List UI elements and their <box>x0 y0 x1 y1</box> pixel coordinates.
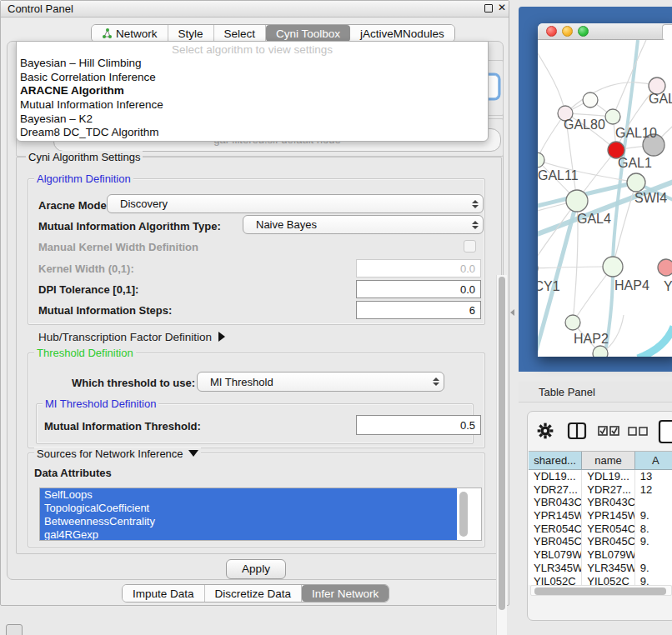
tab-impute-data[interactable]: Impute Data <box>123 585 205 602</box>
table-cell: 8. <box>635 522 672 536</box>
vertical-scrollbar-thumb[interactable] <box>499 277 505 610</box>
node-hap4[interactable] <box>603 257 623 277</box>
aracne-mode-label: Aracne Mode: <box>38 199 110 212</box>
column-header-3[interactable]: A <box>635 452 672 470</box>
tab-label: Select <box>224 28 256 40</box>
node-unlabeled[interactable] <box>583 92 598 108</box>
tab-cyni-toolbox[interactable]: Cyni Toolbox <box>266 25 350 42</box>
tab-label: Style <box>178 28 203 40</box>
table-header-row: shared...nameA <box>529 452 672 470</box>
attribute-list-item[interactable]: BetweennessCentrality <box>40 515 457 528</box>
node-gal4[interactable] <box>566 190 588 212</box>
table-cell: YBR043C <box>529 496 582 509</box>
node-label: HAP2 <box>574 332 609 346</box>
which-threshold-combo[interactable]: MI Threshold <box>197 372 444 392</box>
close-icon[interactable]: ✕ <box>498 2 506 13</box>
network-window-titlebar[interactable] <box>538 23 672 40</box>
table-cell: YER054C <box>529 522 582 536</box>
tab-infer-network[interactable]: Infer Network <box>302 585 389 602</box>
mi-steps-field[interactable]: 6 <box>356 301 481 319</box>
mi-algorithm-type-combo[interactable]: Naive Bayes <box>243 215 484 234</box>
columns-icon[interactable] <box>567 422 587 440</box>
settings-vertical-scrollbar[interactable] <box>496 275 507 635</box>
bottom-tab-bar: Impute DataDiscretize DataInfer Network <box>122 584 389 602</box>
table-row[interactable]: YBR043CYBR043C <box>529 496 672 509</box>
table-cell: 9. <box>635 509 672 522</box>
kernel-width-label: Kernel Width (0,1): <box>38 262 134 275</box>
data-attributes-list[interactable]: SelfLoopsTopologicalCoefficientBetweenne… <box>39 488 482 541</box>
float-window-icon[interactable] <box>484 4 493 12</box>
table-cell: YBR043C <box>582 496 634 509</box>
zoom-traffic-light-icon[interactable] <box>578 26 589 37</box>
tab-label: Discretize Data <box>215 588 292 600</box>
settings-group-title: Cyni Algorithm Settings <box>26 151 143 163</box>
node-gal10[interactable] <box>605 109 620 124</box>
tab-jactivemnodules[interactable]: jActiveMNodules <box>350 25 454 42</box>
apply-button[interactable]: Apply <box>226 559 286 579</box>
table-row[interactable]: YLR345WYLR345W9. <box>529 562 672 575</box>
table-row[interactable]: YER054CYER054C8. <box>529 522 672 536</box>
control-panel-titlebar: Control Panel ✕ <box>1 1 509 18</box>
sources-title-row[interactable]: Sources for Network Inference <box>34 448 201 460</box>
table-cell: YIL052C <box>529 575 582 586</box>
collapse-down-icon <box>188 450 198 457</box>
node-y[interactable] <box>658 259 672 276</box>
node-hap2[interactable] <box>565 315 580 330</box>
table-cell: 13 <box>635 470 672 483</box>
mi-threshold-field[interactable]: 0.5 <box>356 415 481 435</box>
table-row[interactable]: YIL052CYIL052C9. <box>529 575 672 586</box>
network-canvas[interactable]: GAL80GAL10GAL1GAL11SWI4GAL4GCY1HAP4YHAP2… <box>538 40 672 357</box>
column-header-1[interactable]: shared... <box>529 452 582 470</box>
table-row[interactable]: YDL19...YDL19...13 <box>529 470 672 483</box>
tab-network[interactable]: Network <box>92 25 168 42</box>
control-panel-content: gal-filtered.sif default node Select alg… <box>7 41 504 580</box>
table-cell: YPR145W <box>529 509 582 522</box>
expand-right-icon <box>218 332 225 342</box>
tab-style[interactable]: Style <box>168 25 214 42</box>
node-label: GAL10 <box>615 126 657 140</box>
checked-boxes-icon[interactable] <box>598 426 619 437</box>
hub-definition-toggle[interactable]: Hub/Transcription Factor Definition <box>38 331 225 343</box>
attribute-list-item[interactable]: gal4RGexp <box>40 528 457 541</box>
table-scrollbar-thumb[interactable] <box>534 588 666 595</box>
column-header-2[interactable]: name <box>582 452 635 470</box>
mi-steps-label: Mutual Information Steps: <box>38 304 172 317</box>
new-table-icon[interactable] <box>658 419 672 444</box>
tab-discretize-data[interactable]: Discretize Data <box>205 585 303 602</box>
algorithm-option[interactable]: ARACNE Algorithm <box>17 84 488 98</box>
combo-stepper-icon <box>429 378 444 386</box>
network-icon <box>102 28 113 39</box>
splitpane-collapse-arrow[interactable] <box>510 309 514 316</box>
node-gal11[interactable] <box>538 152 544 168</box>
unchecked-boxes-icon[interactable] <box>628 427 648 436</box>
attribute-list-item[interactable]: TopologicalCoefficient <box>40 502 457 515</box>
table-row[interactable]: YBL079WYBL079W <box>529 548 672 562</box>
titlebar-widget <box>662 24 672 41</box>
aracne-mode-combo[interactable]: Discovery <box>107 194 484 213</box>
table-row[interactable]: YDR27...YDR27...12 <box>529 483 672 497</box>
network-graph: GAL80GAL10GAL1GAL11SWI4GAL4GCY1HAP4YHAP2… <box>538 40 672 357</box>
node-label: GAL1 <box>618 156 652 170</box>
algorithm-option[interactable]: Bayesian – K2 <box>17 112 488 127</box>
dpi-tolerance-field[interactable]: 0.0 <box>356 280 481 298</box>
node-swi4[interactable] <box>627 173 645 192</box>
table-row[interactable]: YPR145WYPR145W9. <box>529 509 672 522</box>
algorithm-option[interactable]: Mutual Information Inference <box>17 98 488 112</box>
manual-kernel-width-checkbox[interactable] <box>464 240 476 252</box>
minimized-panel-button[interactable] <box>6 624 23 635</box>
gear-icon[interactable] <box>536 422 554 440</box>
attribute-list-scrollbar-thumb[interactable] <box>459 492 468 537</box>
kernel-width-field[interactable]: 0.0 <box>356 259 481 278</box>
close-traffic-light-icon[interactable] <box>546 26 557 37</box>
table-row[interactable]: YBR045CYBR045C9. <box>529 535 672 548</box>
attribute-list-item[interactable]: SelfLoops <box>40 488 457 502</box>
minimize-traffic-light-icon[interactable] <box>562 26 573 37</box>
table-cell: YIL052C <box>582 575 634 586</box>
algorithm-option[interactable]: Basic Correlation Inference <box>17 71 488 85</box>
algorithm-option[interactable]: Bayesian – Hill Climbing <box>17 57 488 71</box>
algorithm-option[interactable]: Dream8 DC_TDC Algorithm <box>17 126 488 140</box>
tab-select[interactable]: Select <box>214 25 267 42</box>
sources-title: Sources for Network Inference <box>37 448 183 460</box>
table-horizontal-scrollbar[interactable] <box>530 585 672 596</box>
node-unlabeled[interactable] <box>593 346 608 357</box>
